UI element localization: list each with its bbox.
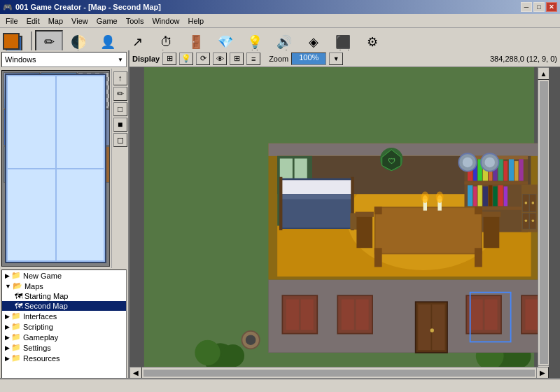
svg-point-64	[525, 219, 528, 222]
square-btn[interactable]: □	[113, 102, 127, 116]
zoom-label: Zoom	[269, 55, 288, 63]
vertical-scrollbar[interactable]: ▲ ▼	[538, 67, 549, 378]
svg-rect-50	[473, 186, 477, 206]
svg-rect-53	[489, 186, 492, 206]
menu-view[interactable]: View	[67, 15, 92, 27]
tree-item-starting-map[interactable]: 🗺Starting Map	[2, 291, 126, 301]
svg-rect-88	[374, 206, 382, 214]
app-icon: 🎮	[3, 3, 13, 12]
display-btn-3[interactable]: ⟳	[196, 52, 210, 65]
v-scroll-track[interactable]	[540, 81, 548, 364]
svg-rect-96	[356, 213, 372, 248]
svg-point-8	[246, 335, 255, 344]
svg-rect-48	[519, 159, 523, 181]
tree-item-maps[interactable]: ▼📂Maps	[2, 281, 126, 291]
horizontal-scrollbar[interactable]: ◀ ▶	[130, 367, 549, 378]
maximize-button[interactable]: □	[533, 2, 545, 12]
map-canvas[interactable]: 🛡	[130, 67, 549, 378]
menu-edit[interactable]: Edit	[22, 15, 44, 27]
pencil-btn[interactable]: ✏	[113, 87, 127, 101]
titlebar: 🎮 001 Game Creator - [Map - Second Map] …	[0, 0, 560, 14]
display-btn-2[interactable]: 💡	[179, 52, 193, 65]
minimize-button[interactable]: ─	[521, 2, 532, 12]
svg-point-22	[430, 328, 434, 332]
svg-point-95	[436, 192, 444, 203]
tree-item-new-game[interactable]: ▶📁New Game	[2, 270, 126, 281]
titlebar-controls[interactable]: ─ □ ✕	[521, 2, 557, 12]
svg-rect-51	[477, 186, 482, 206]
tree-item-settings[interactable]: ▶📁Settings	[2, 342, 126, 353]
svg-rect-52	[483, 186, 488, 206]
svg-rect-56	[504, 186, 507, 206]
filled-square-btn[interactable]: ■	[113, 118, 127, 132]
display-btn-1[interactable]: ⊞	[162, 52, 176, 65]
map-svg: 🛡	[130, 67, 549, 378]
svg-rect-20	[418, 304, 430, 350]
svg-point-62	[525, 202, 528, 204]
panel-dropdown[interactable]: Windows	[1, 52, 127, 67]
foreground-color-swatch[interactable]	[3, 33, 20, 50]
menu-window[interactable]: Window	[148, 15, 183, 27]
svg-point-63	[532, 202, 535, 204]
svg-point-81	[463, 158, 472, 167]
svg-rect-74	[281, 194, 351, 199]
nav-tree: ▶📁New Game▼📂Maps🗺Starting Map🗺Second Map…	[1, 270, 127, 392]
menu-game[interactable]: Game	[92, 15, 122, 27]
svg-rect-97	[356, 212, 374, 217]
display-btn-4[interactable]: 👁	[213, 52, 227, 65]
tile-2[interactable]	[41, 72, 77, 108]
svg-rect-46	[509, 159, 514, 181]
svg-rect-86	[374, 248, 382, 267]
svg-rect-87	[475, 248, 482, 267]
menu-map[interactable]: Map	[44, 15, 67, 27]
left-panel: Windows	[0, 50, 130, 392]
menu-tools[interactable]: Tools	[122, 15, 148, 27]
tool-strip: ↑ ✏ □ ■ ◻	[111, 69, 128, 268]
tree-item-second-map[interactable]: 🗺Second Map	[2, 301, 126, 311]
svg-rect-72	[281, 180, 351, 194]
scroll-left-button[interactable]: ◀	[130, 367, 142, 379]
h-scroll-track[interactable]	[144, 370, 535, 377]
scroll-up-button[interactable]: ▲	[538, 67, 550, 80]
svg-point-83	[484, 158, 494, 167]
svg-rect-17	[342, 300, 354, 330]
svg-rect-98	[484, 213, 500, 248]
svg-rect-30	[268, 144, 538, 156]
svg-rect-89	[475, 206, 482, 214]
display-label: Display	[132, 55, 160, 63]
svg-point-2	[195, 340, 220, 365]
svg-rect-99	[482, 212, 500, 217]
coords-display: 384,288,0 (12, 9, 0)	[490, 55, 557, 63]
svg-rect-18	[356, 300, 369, 330]
titlebar-title: 001 Game Creator - [Map - Second Map]	[15, 3, 161, 11]
tree-item-scripting[interactable]: ▶📁Scripting	[2, 321, 126, 332]
svg-rect-27	[525, 300, 538, 330]
main-area: Display ⊞ 💡 ⟳ 👁 ⊞ ≡ Zoom 100% ▼ 384,288,…	[130, 50, 560, 378]
tree-item-resources[interactable]: ▶📁Resources	[2, 353, 126, 363]
tree-item-gameplay[interactable]: ▶📁Gameplay	[2, 332, 126, 342]
eraser-btn[interactable]: ◻	[113, 133, 127, 147]
svg-rect-49	[468, 186, 472, 206]
svg-point-92	[421, 192, 429, 203]
tiles-area[interactable]	[1, 70, 110, 267]
svg-rect-24	[470, 300, 483, 330]
display-btn-5[interactable]: ⊞	[230, 52, 244, 65]
svg-point-3	[221, 344, 244, 368]
display-btn-6[interactable]: ≡	[246, 52, 260, 65]
zoom-dropdown[interactable]: ▼	[329, 52, 343, 65]
svg-rect-85	[376, 208, 481, 253]
svg-rect-47	[514, 161, 518, 181]
svg-rect-55	[498, 186, 503, 206]
menubar: FileEditMapViewGameToolsWindowHelp	[0, 14, 560, 28]
close-button[interactable]: ✕	[546, 2, 557, 12]
arrow-up-btn[interactable]: ↑	[113, 71, 127, 85]
menu-help[interactable]: Help	[184, 15, 209, 27]
tree-item-interfaces[interactable]: ▶📁Interfaces	[2, 311, 126, 321]
display-bar: Display ⊞ 💡 ⟳ 👁 ⊞ ≡ Zoom 100% ▼ 384,288,…	[130, 50, 560, 67]
svg-rect-21	[432, 304, 444, 350]
svg-text:🛡: 🛡	[388, 157, 396, 165]
menu-file[interactable]: File	[1, 15, 22, 27]
svg-rect-45	[504, 161, 507, 181]
zoom-input[interactable]: 100%	[291, 52, 326, 65]
scroll-right-button[interactable]: ▶	[536, 367, 549, 379]
